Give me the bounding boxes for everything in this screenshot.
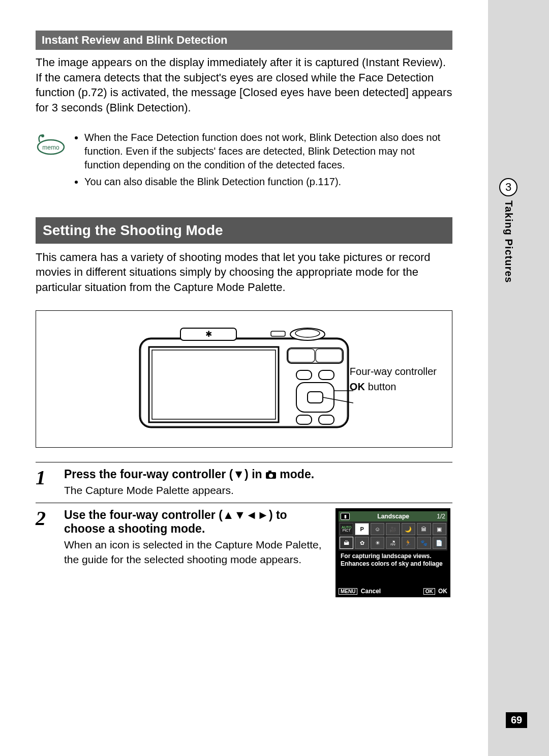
manual-page: Instant Review and Blink Detection The i… — [0, 0, 488, 756]
svg-rect-9 — [271, 331, 285, 336]
mode-landscape-selected: 🏔 — [340, 537, 353, 549]
mode-sport: 🏃 — [402, 537, 415, 549]
memo-list: When the Face Detection function does no… — [75, 131, 452, 192]
svg-rect-15 — [296, 370, 312, 380]
callout-fourway: Four-way controller — [350, 364, 437, 379]
svg-point-1 — [41, 134, 44, 137]
step-description: When an icon is selected in the Capture … — [64, 538, 325, 567]
svg-rect-14 — [316, 349, 342, 362]
step-title: Use the four-way controller (▲▼◄►) to ch… — [64, 508, 325, 536]
svg-rect-16 — [319, 370, 334, 380]
mode-building: 🏛 — [417, 523, 431, 535]
camera-diagram: ✱ Four- — [36, 310, 452, 448]
page-number: 69 — [506, 712, 527, 728]
mode-sun: ☀ — [371, 537, 384, 549]
svg-point-25 — [269, 474, 273, 478]
four-arrows-icon: ▲▼◄► — [223, 508, 269, 521]
section-body: The image appears on the display immedia… — [36, 55, 452, 115]
ok-label: OK — [438, 588, 447, 595]
cancel-label: Cancel — [361, 588, 381, 595]
svg-rect-20 — [319, 415, 334, 424]
down-arrow-icon: ▼ — [233, 468, 245, 481]
memo-item: When the Face Detection function does no… — [84, 131, 452, 172]
side-tab: 3 Taking Pictures 69 — [488, 0, 549, 756]
subsection-heading: Instant Review and Blink Detection — [36, 31, 452, 50]
mode-auto-pict: AUTO PICT — [340, 523, 353, 535]
svg-text:memo: memo — [42, 144, 59, 151]
step-title: Press the four-way controller (▼) in mod… — [64, 468, 452, 481]
mode-movie: 🎥 — [386, 523, 400, 535]
lcd-mode-grid: AUTO PICT P ☺ 🎥 🌙 🏛 ▣ 🏔 ✿ ☀ 🏖 🏃 🐾 📄 — [339, 521, 447, 550]
mode-portrait: ☺ — [371, 523, 384, 535]
mode-beach: 🏖 — [386, 537, 400, 549]
chapter-title: Taking Pictures — [503, 200, 514, 283]
mode-program: P — [355, 523, 369, 535]
step-2: 2 Use the four-way controller (▲▼◄►) to … — [36, 503, 452, 597]
camera-icon: ▮ — [341, 513, 350, 520]
lcd-titlebar: ▮ Landscape 1/2 — [339, 511, 447, 521]
section-intro: This camera has a variety of shooting mo… — [36, 250, 452, 295]
lcd-mode-description: For capturing landscape views. Enhances … — [339, 550, 447, 569]
mode-flower: ✿ — [355, 537, 369, 549]
svg-point-8 — [295, 329, 320, 337]
step-1: 1 Press the four-way controller (▼) in m… — [36, 462, 452, 498]
step-number: 1 — [36, 468, 54, 498]
svg-rect-24 — [268, 471, 271, 473]
svg-rect-19 — [296, 415, 312, 424]
step-number: 2 — [36, 508, 54, 597]
camera-back-illustration: ✱ — [135, 326, 353, 432]
svg-rect-18 — [308, 392, 323, 403]
mode-pet: 🐾 — [417, 537, 431, 549]
diagram-callouts: Four-way controller OK button — [350, 364, 437, 394]
chapter-number-badge: 3 — [499, 178, 517, 196]
lcd-screenshot: ▮ Landscape 1/2 AUTO PICT P ☺ 🎥 🌙 🏛 ▣ 🏔 — [336, 508, 450, 597]
lcd-page-indicator: 1/2 — [437, 513, 445, 520]
mode-doc: 📄 — [433, 537, 446, 549]
memo-item: You can also disable the Blink Detection… — [84, 175, 452, 189]
svg-rect-11 — [152, 350, 276, 419]
svg-text:✱: ✱ — [205, 330, 212, 338]
ok-button-label: OK — [423, 588, 435, 595]
lcd-mode-title: Landscape — [377, 513, 409, 520]
callout-ok: OK button — [350, 379, 437, 394]
menu-button-label: MENU — [339, 588, 357, 595]
mode-frame: ▣ — [433, 523, 446, 535]
main-heading: Setting the Shooting Mode — [36, 217, 452, 244]
memo-icon: memo — [36, 131, 66, 192]
step-description: The Capture Mode Palette appears. — [64, 483, 452, 498]
mode-night: 🌙 — [402, 523, 415, 535]
svg-rect-13 — [288, 349, 315, 362]
camera-mode-icon — [265, 470, 277, 479]
lcd-bottom-bar: MENU Cancel OK OK — [339, 588, 447, 595]
memo-block: memo When the Face Detection function do… — [36, 131, 452, 192]
